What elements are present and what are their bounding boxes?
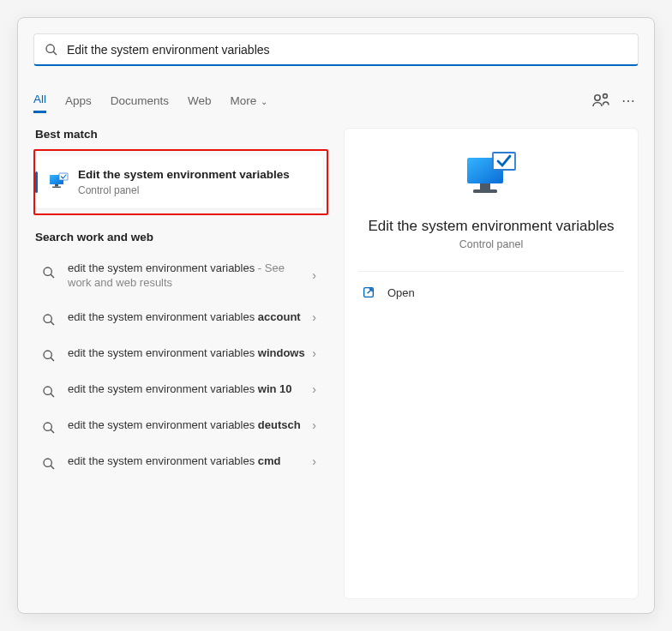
tab-web[interactable]: Web — [188, 89, 212, 112]
open-label: Open — [387, 286, 415, 299]
web-result-3[interactable]: edit the system environment variables wi… — [33, 371, 328, 407]
web-result-text: edit the system environment variables wi… — [68, 382, 307, 397]
svg-point-10 — [44, 267, 51, 275]
svg-point-18 — [44, 423, 51, 430]
org-search-icon[interactable] — [591, 90, 611, 111]
best-match-heading: Best match — [33, 128, 328, 141]
results-column: Best match Edit the system environment v… — [33, 128, 328, 599]
detail-panel: Edit the system environment variables Co… — [344, 128, 639, 599]
svg-point-3 — [595, 95, 600, 100]
svg-rect-23 — [480, 183, 490, 189]
tab-all[interactable]: All — [33, 87, 46, 113]
svg-rect-25 — [493, 153, 515, 170]
chevron-down-icon: ⌄ — [258, 97, 267, 106]
svg-line-21 — [51, 466, 54, 469]
search-bar[interactable] — [33, 33, 639, 66]
web-results-list: edit the system environment variables - … — [33, 252, 328, 479]
web-result-0[interactable]: edit the system environment variables - … — [33, 252, 328, 299]
search-icon — [45, 43, 58, 57]
tab-apps[interactable]: Apps — [65, 89, 92, 112]
svg-point-14 — [44, 351, 51, 358]
svg-point-16 — [44, 387, 51, 394]
best-match-result[interactable]: Edit the system environment variables Co… — [35, 156, 323, 208]
svg-point-1 — [46, 45, 54, 52]
best-match-subtitle: Control panel — [78, 184, 290, 196]
svg-line-11 — [51, 274, 54, 278]
web-result-text: edit the system environment variables - … — [68, 261, 307, 291]
svg-line-17 — [51, 394, 54, 397]
chevron-right-icon: › — [307, 310, 321, 324]
svg-line-15 — [51, 358, 54, 361]
web-result-5[interactable]: edit the system environment variables cm… — [33, 443, 328, 479]
best-match-title: Edit the system environment variables — [78, 168, 290, 183]
open-icon — [362, 285, 375, 299]
svg-point-12 — [44, 315, 51, 322]
web-result-2[interactable]: edit the system environment variables wi… — [33, 335, 328, 371]
web-result-text: edit the system environment variables de… — [68, 418, 307, 433]
chevron-right-icon: › — [307, 454, 321, 468]
chevron-right-icon: › — [307, 346, 321, 360]
svg-rect-7 — [55, 184, 58, 187]
open-action[interactable]: Open — [345, 272, 638, 313]
svg-point-20 — [44, 459, 51, 466]
web-section-heading: Search work and web — [33, 231, 328, 243]
svg-line-19 — [51, 430, 54, 433]
chevron-right-icon: › — [307, 382, 321, 396]
tab-more[interactable]: More ⌄ — [231, 89, 268, 112]
web-result-1[interactable]: edit the system environment variables ac… — [33, 299, 328, 335]
search-icon — [42, 418, 56, 435]
svg-line-13 — [51, 322, 54, 325]
detail-title: Edit the system environment variables — [358, 218, 624, 235]
web-result-text: edit the system environment variables ac… — [68, 309, 307, 325]
detail-subtitle: Control panel — [358, 238, 624, 250]
filter-tabs: All Apps Documents Web More ⌄ ⋯ — [33, 83, 639, 117]
search-icon — [42, 262, 56, 279]
chevron-right-icon: › — [307, 418, 321, 432]
annotation-highlight: Edit the system environment variables Co… — [33, 149, 328, 215]
search-input[interactable] — [67, 43, 627, 57]
search-icon — [42, 382, 56, 399]
search-icon — [42, 309, 56, 327]
search-window: All Apps Documents Web More ⌄ ⋯ Best mat… — [17, 17, 655, 614]
monitor-check-icon-large — [464, 149, 519, 199]
svg-point-4 — [603, 94, 608, 99]
web-result-text: edit the system environment variables cm… — [68, 454, 307, 469]
more-options-icon[interactable]: ⋯ — [618, 90, 639, 111]
svg-line-2 — [53, 51, 57, 55]
search-icon — [42, 454, 56, 471]
chevron-right-icon: › — [307, 268, 321, 282]
search-icon — [42, 346, 56, 363]
monitor-check-icon — [49, 172, 69, 191]
svg-rect-9 — [59, 173, 68, 180]
web-result-4[interactable]: edit the system environment variables de… — [33, 407, 328, 443]
svg-rect-8 — [52, 187, 61, 189]
tab-documents[interactable]: Documents — [111, 89, 169, 112]
svg-rect-24 — [473, 189, 497, 193]
web-result-text: edit the system environment variables wi… — [68, 346, 307, 361]
